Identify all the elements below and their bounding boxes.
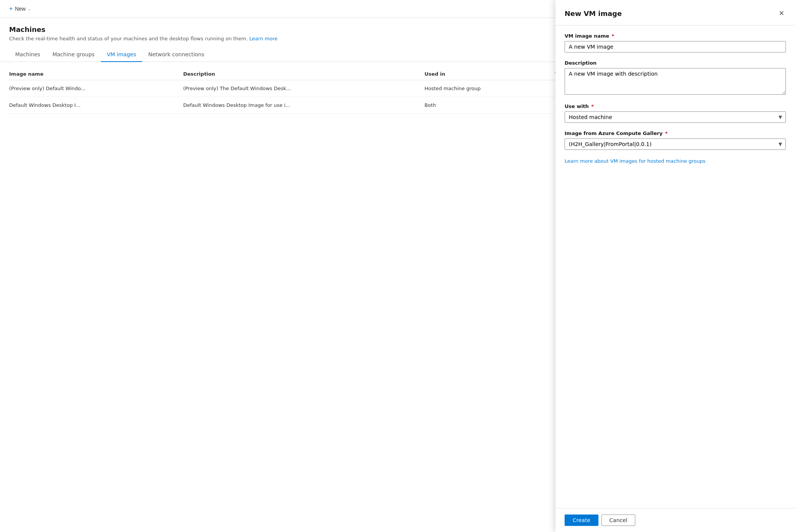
panel-header: New VM image ✕ [555,0,795,25]
required-indicator: * [610,33,614,39]
required-indicator: * [590,103,594,109]
tab-network-connections[interactable]: Network connections [142,48,210,62]
image-gallery-select[interactable]: (H2H_Gallery|FromPortal|0.0.1) [565,138,786,150]
cell-description: (Preview only) The Default Windows Desk.… [183,80,425,97]
image-gallery-select-wrapper: (H2H_Gallery|FromPortal|0.0.1) ▼ [565,138,786,150]
cell-used-in: Both [424,97,555,114]
description-label: Description [565,60,786,66]
cell-description: Default Windows Desktop Image for use i.… [183,97,425,114]
vm-image-name-group: VM image name * [565,33,786,52]
col-used-in: Used in [424,68,555,80]
tab-machines[interactable]: Machines [9,48,46,62]
cell-image-name: Default Windows Desktop I... [9,97,183,114]
tab-machine-groups[interactable]: Machine groups [46,48,101,62]
required-indicator: * [663,130,668,136]
create-button[interactable]: Create [565,515,598,526]
panel-footer: Create Cancel [555,508,795,532]
learn-more-vm-link[interactable]: Learn more about VM images for hosted ma… [565,157,706,165]
new-button[interactable]: + New ⌄ [6,4,34,14]
plus-icon: + [9,5,13,12]
new-vm-image-panel: New VM image ✕ VM image name * Descripti… [555,0,795,532]
panel-body: VM image name * Description Use with * H… [555,25,795,508]
image-gallery-group: Image from Azure Compute Gallery * (H2H_… [565,130,786,150]
col-description: Description [183,68,425,80]
vm-image-name-input[interactable] [565,41,786,52]
panel-title: New VM image [565,10,622,17]
cancel-button[interactable]: Cancel [601,515,635,526]
col-image-name: Image name [9,68,183,80]
learn-more-link[interactable]: Learn more [249,36,278,41]
description-input[interactable] [565,68,786,95]
cell-image-name: (Preview only) Default Windo... [9,80,183,97]
close-panel-button[interactable]: ✕ [777,8,786,19]
learn-more-vm-group: Learn more about VM images for hosted ma… [565,157,786,165]
tab-vm-images[interactable]: VM images [101,48,142,62]
new-button-label: New [15,6,25,12]
cell-used-in: Hosted machine group [424,80,555,97]
description-group: Description [565,60,786,96]
vm-image-name-label: VM image name * [565,33,786,39]
use-with-select-wrapper: Hosted machine Hosted machine group Both… [565,111,786,123]
chevron-down-icon: ⌄ [28,7,31,11]
use-with-select[interactable]: Hosted machine Hosted machine group Both [565,111,786,123]
image-gallery-label: Image from Azure Compute Gallery * [565,130,786,136]
use-with-group: Use with * Hosted machine Hosted machine… [565,103,786,123]
use-with-label: Use with * [565,103,786,109]
